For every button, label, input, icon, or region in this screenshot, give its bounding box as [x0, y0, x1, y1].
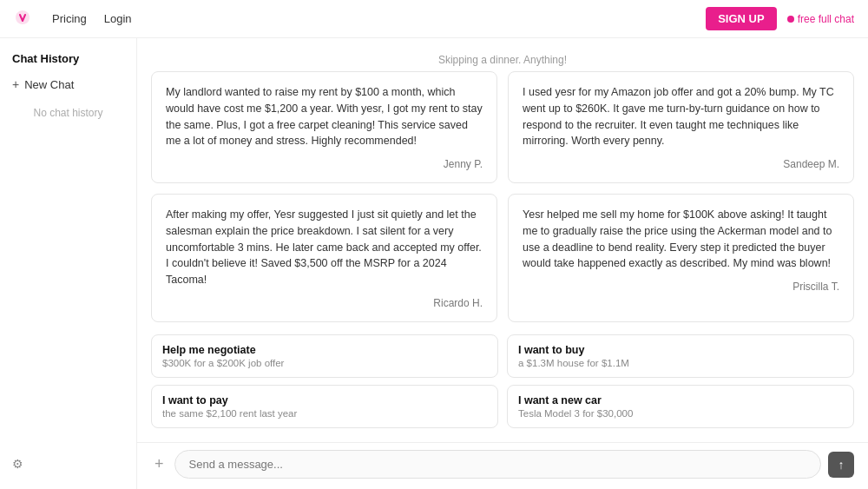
suggestion-title-3: I want a new car	[518, 394, 843, 406]
testimonial-author-1: Sandeep M.	[523, 156, 839, 172]
testimonial-card-3: Yesr helped me sell my home for $100K ab…	[508, 194, 854, 322]
suggestion-card-2[interactable]: I want to pay the same $2,100 rent last …	[151, 385, 498, 428]
suggestions: Help me negotiate $300K for a $200K job …	[137, 334, 868, 442]
sidebar: Chat History + New Chat No chat history …	[0, 38, 137, 489]
suggestion-sub-3: Tesla Model 3 for $30,000	[518, 408, 843, 419]
input-area: + ↑	[137, 442, 868, 489]
testimonial-author-3: Priscilla T.	[523, 279, 839, 294]
suggestion-title-1: I want to buy	[518, 344, 843, 356]
testimonial-text-0: My landlord wanted to raise my rent by $…	[166, 86, 483, 147]
message-input[interactable]	[174, 450, 821, 479]
suggestion-card-3[interactable]: I want a new car Tesla Model 3 for $30,0…	[507, 385, 854, 428]
signup-button[interactable]: SIGN UP	[706, 7, 776, 30]
suggestion-sub-2: the same $2,100 rent last year	[162, 408, 487, 419]
new-chat-button[interactable]: + New Chat	[0, 72, 136, 96]
testimonial-card-1: I used yesr for my Amazon job offer and …	[508, 71, 854, 183]
free-chat-label: free full chat	[798, 13, 854, 25]
nav-login[interactable]: Login	[104, 12, 132, 25]
suggestion-card-1[interactable]: I want to buy a $1.3M house for $1.1M	[507, 334, 854, 378]
send-button[interactable]: ↑	[828, 452, 854, 478]
nav-pricing[interactable]: Pricing	[52, 12, 87, 25]
testimonial-author-0: Jenny P.	[166, 156, 483, 172]
plus-icon: +	[12, 77, 19, 91]
navbar: Pricing Login SIGN UP free full chat	[0, 0, 868, 38]
attach-button[interactable]: +	[151, 452, 168, 477]
testimonial-row-2: After making my offer, Yesr suggested I …	[151, 194, 854, 322]
send-icon: ↑	[838, 458, 845, 472]
suggestion-title-2: I want to pay	[162, 394, 487, 406]
free-chat-badge[interactable]: free full chat	[787, 13, 854, 25]
suggestion-title-0: Help me negotiate	[162, 344, 487, 356]
suggestion-sub-1: a $1.3M house for $1.1M	[518, 358, 843, 368]
suggestion-sub-0: $300K for a $200K job offer	[162, 358, 487, 368]
testimonial-text-1: I used yesr for my Amazon job offer and …	[523, 86, 834, 147]
main-layout: Chat History + New Chat No chat history …	[0, 38, 868, 489]
sidebar-title: Chat History	[0, 49, 136, 72]
testimonial-row-1: My landlord wanted to raise my rent by $…	[151, 71, 854, 183]
testimonial-text-2: After making my offer, Yesr suggested I …	[166, 208, 482, 286]
testimonial-card-0: My landlord wanted to raise my rent by $…	[151, 71, 497, 183]
new-chat-label: New Chat	[24, 78, 74, 91]
gear-icon[interactable]: ⚙	[12, 457, 23, 471]
logo[interactable]	[14, 9, 31, 30]
chat-area: Skipping a dinner. Anything! My landlord…	[137, 38, 868, 489]
nav-links: Pricing Login	[52, 12, 706, 25]
sidebar-footer: ⚙	[0, 449, 136, 479]
testimonial-text-3: Yesr helped me sell my home for $100K ab…	[523, 208, 832, 269]
suggestion-card-0[interactable]: Help me negotiate $300K for a $200K job …	[151, 334, 498, 378]
top-fade-text: Skipping a dinner. Anything!	[151, 49, 854, 71]
suggestion-row-1: Help me negotiate $300K for a $200K job …	[151, 334, 854, 378]
suggestion-row-2: I want to pay the same $2,100 rent last …	[151, 385, 854, 428]
free-dot-icon	[787, 16, 794, 23]
testimonial-author-2: Ricardo H.	[166, 295, 483, 311]
testimonial-card-2: After making my offer, Yesr suggested I …	[151, 194, 497, 322]
testimonials-scroll: Skipping a dinner. Anything! My landlord…	[137, 38, 868, 334]
no-history-text: No chat history	[0, 96, 136, 129]
